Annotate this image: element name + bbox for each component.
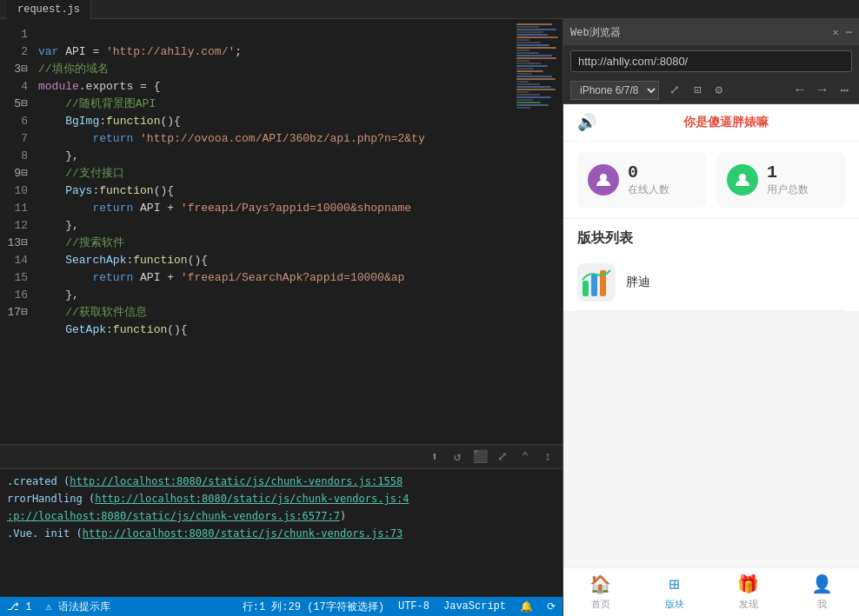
- svg-point-0: [600, 174, 607, 181]
- forum-list: 胖迪: [563, 255, 859, 311]
- svg-rect-4: [591, 274, 597, 296]
- user-count-card: 1 用户总数: [716, 152, 845, 208]
- tab-bar: request.js: [0, 0, 859, 19]
- toolbar-icon-arrows[interactable]: ↕: [540, 449, 556, 465]
- main-area: 1 2 3⊟ 4 5⊟ 6 7 8 9⊟ 10 11 12 13⊟ 14 15 …: [0, 19, 859, 616]
- browser-device-bar: iPhone 6/7/8 ⤢ ⊡ ⚙ ← → ⋯: [563, 76, 859, 104]
- minimap-lines: [515, 19, 563, 113]
- online-count-number: 0: [628, 162, 669, 182]
- user-count-number: 1: [767, 162, 809, 182]
- section-title: 版块列表: [563, 219, 859, 255]
- forum-avatar-1: [577, 263, 616, 301]
- status-encoding[interactable]: UTF-8: [398, 600, 430, 613]
- fold-3[interactable]: 3⊟: [0, 61, 35, 78]
- toolbar-icon-upload[interactable]: ⬆: [427, 449, 443, 465]
- online-count-label: 在线人数: [628, 182, 669, 197]
- toolbar-icon-rotate[interactable]: ↺: [449, 449, 465, 465]
- user-icon: [727, 164, 758, 195]
- console-area: .created (http://localhost:8080/static/j…: [0, 468, 563, 597]
- console-line-1: .created (http://localhost:8080/static/j…: [7, 473, 556, 490]
- forum-name-1: 胖迪: [626, 275, 650, 290]
- status-bell[interactable]: 🔔: [520, 600, 533, 613]
- speaker-icon: 🔊: [577, 113, 596, 132]
- browser-content: 🔊 你是傻逼胖婊嘛 0 在线人数: [563, 104, 859, 616]
- status-git[interactable]: ⎇ 1: [7, 600, 31, 613]
- browser-tab-label: Web浏览器: [570, 25, 826, 40]
- forum-icon: ⊞: [669, 573, 679, 595]
- status-sync[interactable]: ⟳: [547, 600, 556, 613]
- browser-topbar: Web浏览器 ✕ ⋯: [563, 19, 859, 45]
- nav-item-me[interactable]: 👤 我: [785, 568, 859, 616]
- tab-request-js[interactable]: request.js: [7, 0, 91, 19]
- device-selector[interactable]: iPhone 6/7/8: [570, 81, 659, 100]
- browser-scroll[interactable]: 🔊 你是傻逼胖婊嘛 0 在线人数: [563, 104, 859, 567]
- nav-label-discover: 发现: [739, 598, 758, 611]
- toolbar-icon-stop[interactable]: ⬛: [472, 449, 488, 465]
- status-position[interactable]: 行:1 列:29 (17字符被选择): [243, 599, 384, 614]
- line-numbers: 1 2 3⊟ 4 5⊟ 6 7 8 9⊟ 10 11 12 13⊟ 14 15 …: [0, 19, 35, 444]
- home-icon: 🏠: [589, 573, 611, 595]
- console-line-4: .Vue. init (http://localhost:8080/static…: [7, 525, 556, 542]
- browser-more-button[interactable]: ⋯: [846, 26, 852, 39]
- console-line-3: :p://localhost:8080/static/js/chunk-vend…: [7, 507, 556, 525]
- browser-back-button[interactable]: ←: [792, 83, 808, 98]
- online-info: 0 在线人数: [628, 162, 669, 197]
- console-link-3[interactable]: :p://localhost:8080/static/js/chunk-vend…: [7, 510, 340, 522]
- online-count-card: 0 在线人数: [577, 152, 706, 208]
- discover-icon: 🎁: [737, 573, 759, 595]
- bottom-nav: 🏠 首页 ⊞ 版块 🎁 发现 👤 我: [563, 567, 859, 616]
- status-bar: ⎇ 1 ⚠ 语法提示库 行:1 列:29 (17字符被选择) UTF-8 Jav…: [0, 597, 563, 616]
- console-line-2: rrorHandling (http://localhost:8080/stat…: [7, 490, 556, 507]
- browser-forward-button[interactable]: →: [815, 83, 830, 98]
- nav-label-me: 我: [817, 598, 827, 611]
- code-area: 1 2 3⊟ 4 5⊟ 6 7 8 9⊟ 10 11 12 13⊟ 14 15 …: [0, 19, 563, 444]
- nav-item-home[interactable]: 🏠 首页: [563, 568, 637, 616]
- browser-url-bar: [563, 45, 859, 76]
- minimap: [515, 19, 563, 444]
- fold-13[interactable]: 13⊟: [0, 235, 35, 252]
- status-language[interactable]: JavaScript: [443, 600, 506, 613]
- user-count-label: 用户总数: [767, 182, 809, 197]
- console-link-1[interactable]: http://localhost:8080/static/js/chunk-ve…: [70, 475, 403, 487]
- me-icon: 👤: [811, 573, 833, 595]
- browser-options-button[interactable]: ⋯: [836, 82, 852, 99]
- toolbar-icon-expand[interactable]: ⤢: [495, 449, 510, 465]
- svg-rect-3: [583, 281, 589, 296]
- settings-button[interactable]: ⚙: [711, 81, 725, 99]
- notif-text: 你是傻逼胖婊嘛: [607, 115, 845, 130]
- nav-item-discover[interactable]: 🎁 发现: [711, 568, 785, 616]
- nav-item-forum[interactable]: ⊞ 版块: [637, 568, 711, 616]
- editor-toolbar: ⬆ ↺ ⬛ ⤢ ⌃ ↕: [0, 444, 563, 468]
- fold-5[interactable]: 5⊟: [0, 96, 35, 113]
- online-icon: [588, 164, 619, 195]
- browser-url-input[interactable]: [570, 50, 852, 72]
- fold-17[interactable]: 17⊟: [0, 304, 35, 321]
- console-link-2[interactable]: http://localhost:8080/static/js/chunk-ve…: [95, 493, 409, 505]
- toolbar-icon-up[interactable]: ⌃: [517, 449, 533, 465]
- svg-point-1: [739, 174, 746, 181]
- rotate-device-button[interactable]: ⤢: [666, 81, 683, 99]
- status-errors[interactable]: ⚠ 语法提示库: [45, 599, 110, 614]
- nav-label-forum: 版块: [665, 598, 684, 611]
- user-info: 1 用户总数: [767, 162, 809, 197]
- notif-bar: 🔊 你是傻逼胖婊嘛: [563, 104, 859, 142]
- editor-panel: 1 2 3⊟ 4 5⊟ 6 7 8 9⊟ 10 11 12 13⊟ 14 15 …: [0, 19, 563, 616]
- fold-9[interactable]: 9⊟: [0, 165, 35, 182]
- browser-close-button[interactable]: ✕: [833, 26, 839, 39]
- screenshot-button[interactable]: ⊡: [690, 81, 704, 99]
- console-link-4[interactable]: http://localhost:8080/static/js/chunk-ve…: [83, 527, 403, 540]
- forum-item-1[interactable]: 胖迪: [577, 255, 845, 311]
- code-content[interactable]: var API = 'http://ahlly.com/'; //填你的域名 m…: [35, 19, 515, 444]
- nav-label-home: 首页: [591, 598, 610, 611]
- stats-row: 0 在线人数 1 用户总数: [563, 142, 859, 219]
- browser-panel: Web浏览器 ✕ ⋯ iPhone 6/7/8 ⤢ ⊡ ⚙ ← → ⋯: [563, 19, 859, 616]
